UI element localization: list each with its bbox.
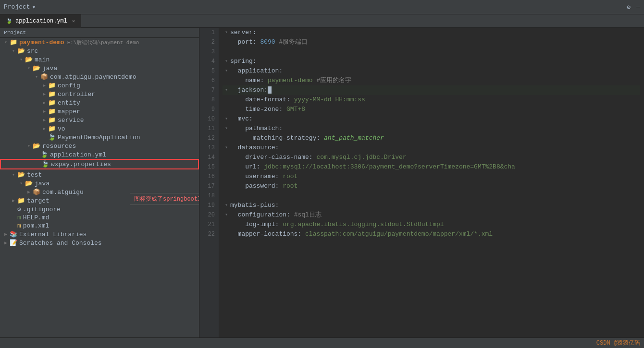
code-text-2: port: 8090 #服务端口 [230, 37, 640, 47]
java-src-icon: 📂 [33, 64, 40, 72]
package-icon: 📦 [40, 73, 48, 81]
code-line-15: url: jdbc:mysql://localhost:3306/payment… [223, 162, 640, 172]
arrow-entity: ▶ [40, 100, 48, 106]
tab-close-button[interactable]: ✕ [72, 18, 75, 24]
service-label: service [58, 117, 84, 124]
tree-item-test-java[interactable]: ▾ 📂 java [0, 179, 199, 188]
tree-item-wxpay-props[interactable]: ▶ 🍃 wxpay.properties [0, 159, 199, 169]
ln-6: 6 [203, 76, 215, 85]
code-line-12: matching-strategy: ant_path_matcher [223, 133, 640, 143]
code-text-5: application: [230, 66, 640, 76]
wxpay-label: wxpay.properties [51, 161, 111, 168]
code-line-2: port: 8090 #服务端口 [223, 37, 640, 47]
code-line-6: name: payment-demo #应用的名字 [223, 76, 640, 85]
project-menu[interactable]: Project ▾ [4, 3, 36, 11]
tree-item-pomxml[interactable]: ▶ m pom.xml [0, 222, 199, 230]
code-text-1: server: [230, 28, 640, 37]
tree-item-controller[interactable]: ▶ 📁 controller [0, 90, 199, 98]
ln-2: 2 [203, 37, 215, 47]
mapper-icon: 📁 [48, 108, 56, 115]
tree-item-src[interactable]: ▾ 📂 src [0, 47, 199, 55]
code-line-21: log-impl: org.apache.ibatis.logging.stdo… [223, 220, 640, 229]
ln-22: 22 [203, 229, 215, 239]
fold-19[interactable]: ▾ [223, 201, 230, 210]
ln-18: 18 [203, 191, 215, 201]
java-label: java [42, 65, 57, 72]
ln-3: 3 [203, 47, 215, 57]
code-line-9: time-zone: GMT+8 [223, 105, 640, 114]
tree-item-helpmd[interactable]: ▶ m HELP.md [0, 214, 199, 222]
code-editor[interactable]: 1 2 3 4 5 6 7 8 9 10 11 12 13 14 15 16 1… [199, 28, 644, 337]
sidebar-title: Project [4, 30, 26, 36]
tree-item-test[interactable]: ▾ 📂 test [0, 170, 199, 179]
config-icon: 📁 [48, 82, 56, 89]
code-line-1: ▾ server: [223, 28, 640, 37]
code-text-4: spring: [230, 57, 640, 66]
fold-4[interactable]: ▾ [223, 57, 230, 66]
fold-5[interactable]: ▾ [223, 66, 230, 76]
fold-7[interactable]: ▾ [223, 85, 230, 95]
controller-label: controller [58, 91, 95, 98]
tree-item-scratches[interactable]: ▶ 📝 Scratches and Consoles [0, 239, 199, 247]
arrow-test-java: ▾ [17, 180, 25, 186]
fold-10[interactable]: ▾ [223, 114, 230, 124]
code-line-16: username: root [223, 172, 640, 181]
code-text-6: name: payment-demo #应用的名字 [230, 76, 640, 85]
vo-icon: 📁 [48, 125, 56, 132]
code-line-22: mapper-locations: classpath:com/atguigu/… [223, 229, 640, 239]
xml-icon: m [17, 222, 21, 229]
arrow-ext-libs: ▶ [2, 231, 10, 237]
arrow-src: ▾ [10, 48, 17, 54]
tree-item-service[interactable]: ▶ 📁 service [0, 116, 199, 124]
config-label: config [58, 82, 80, 89]
arrow-service: ▶ [40, 117, 48, 123]
fold-13[interactable]: ▾ [223, 143, 230, 153]
tree-item-gitignore[interactable]: ▶ ⚙ .gitignore [0, 205, 199, 214]
tree-item-package-root[interactable]: ▾ 📦 com.atguigu.paymentdemo [0, 72, 199, 81]
ln-19: 19 [203, 201, 215, 210]
editor-content: 1 2 3 4 5 6 7 8 9 10 11 12 13 14 15 16 1… [199, 28, 644, 337]
tree-item-application-yml[interactable]: ▶ 🍃 application.yml [0, 150, 199, 159]
code-line-5: ▾ application: [223, 66, 640, 76]
code-text-21: log-impl: org.apache.ibatis.logging.stdo… [230, 220, 640, 229]
code-text-19: mybatis-plus: [230, 201, 640, 210]
line-numbers: 1 2 3 4 5 6 7 8 9 10 11 12 13 14 15 16 1… [199, 28, 219, 337]
test-java-icon: 📂 [25, 180, 33, 187]
project-label: Project [4, 3, 30, 11]
code-line-17: password: root [223, 181, 640, 191]
project-dropdown-icon[interactable]: ▾ [32, 3, 36, 11]
minimize-icon[interactable]: — [636, 3, 640, 11]
tree-item-mapper[interactable]: ▶ 📁 mapper [0, 107, 199, 116]
arrow-test: ▾ [10, 172, 17, 178]
gitignore-icon: ⚙ [17, 205, 21, 213]
fold-1[interactable]: ▾ [223, 28, 230, 37]
ln-13: 13 [203, 143, 215, 153]
tab-application-yml[interactable]: 🍃 application.yml ✕ [0, 14, 81, 28]
arrow-config: ▶ [40, 83, 48, 88]
tree-item-vo[interactable]: ▶ 📁 vo [0, 124, 199, 133]
tree-item-java[interactable]: ▾ 📂 java [0, 64, 199, 72]
code-text-12: matching-strategy: ant_path_matcher [230, 133, 640, 143]
tree-item-resources[interactable]: ▾ 📂 resources [0, 142, 199, 150]
md-icon: m [17, 214, 21, 221]
fold-11[interactable]: ▾ [223, 124, 230, 133]
tree-item-entity[interactable]: ▶ 📁 entity [0, 98, 199, 107]
tree-item-config[interactable]: ▶ 📁 config [0, 81, 199, 90]
fold-20[interactable]: ▾ [223, 210, 230, 220]
arrow-mapper: ▶ [40, 108, 48, 114]
resources-icon: 📂 [33, 142, 40, 150]
tree-item-main-class[interactable]: ▶ 🍃 PaymentDemoApplication [0, 133, 199, 142]
tree-item-main[interactable]: ▾ 📂 main [0, 55, 199, 64]
test-label: test [27, 171, 42, 179]
arrow-controller: ▶ [40, 91, 48, 97]
spring-app-icon: 🍃 [48, 133, 56, 141]
tab-label: application.yml [15, 18, 67, 24]
ext-libs-icon: 📚 [10, 230, 17, 238]
settings-icon[interactable]: ⚙ [627, 3, 631, 11]
arrow-scratches: ▶ [2, 240, 10, 246]
main-class-label: PaymentDemoApplication [58, 134, 140, 141]
tree-item-root[interactable]: ▾ 📁 payment-demo E:\后端代码\payment-demo [0, 38, 199, 47]
arrow-main: ▾ [17, 57, 25, 62]
tree-item-ext-libs[interactable]: ▶ 📚 External Libraries [0, 230, 199, 239]
ln-4: 4 [203, 57, 215, 66]
